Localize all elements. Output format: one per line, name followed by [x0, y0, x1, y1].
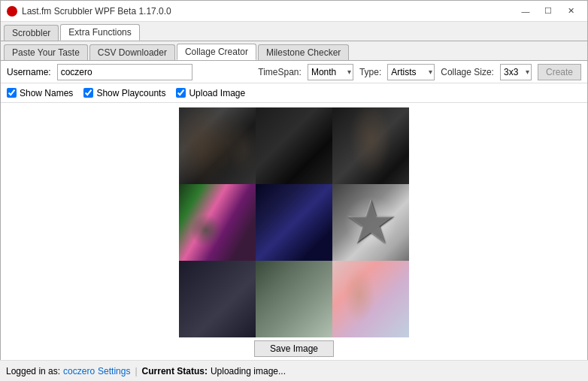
collage-cell-6-inner: ★	[332, 184, 409, 261]
upload-image-checkbox[interactable]	[176, 88, 186, 98]
timespan-label: TimeSpan:	[258, 67, 302, 77]
tab-extra-functions[interactable]: Extra Functions	[60, 24, 139, 41]
timespan-select-wrapper: Month Week Year Overall	[308, 64, 353, 80]
type-select-wrapper: Artists Albums Tracks	[387, 64, 435, 80]
timespan-select[interactable]: Month Week Year Overall	[308, 64, 353, 80]
show-playcounts-checkbox[interactable]	[83, 88, 93, 98]
controls-bar: Username: TimeSpan: Month Week Year Over…	[1, 61, 587, 83]
close-button[interactable]: ✕	[560, 4, 581, 19]
status-bar: Logged in as: coczero Settings | Current…	[0, 360, 588, 381]
collage-cell-7-inner	[179, 261, 256, 337]
collage-cell-2	[256, 107, 332, 184]
save-image-button[interactable]: Save Image	[254, 340, 334, 357]
collage-cell-4-inner	[179, 184, 256, 261]
collage-cell-7	[179, 261, 256, 337]
username-label: Username:	[7, 67, 51, 77]
collage-cell-1	[179, 107, 256, 184]
logged-in-as-label: Logged in as:	[6, 366, 60, 376]
username-link[interactable]: coczero	[63, 366, 95, 376]
show-names-checkbox[interactable]	[7, 88, 17, 98]
star-decoration: ★	[344, 192, 398, 252]
main-tabs: Scrobbler Extra Functions	[1, 22, 587, 41]
main-content: ★ Save Image	[1, 103, 587, 381]
collage-cell-9	[332, 261, 409, 337]
collage-cell-5-inner	[256, 184, 332, 261]
subtab-paste-your-taste[interactable]: Paste Your Taste	[4, 44, 88, 60]
maximize-button[interactable]: ☐	[538, 4, 559, 19]
create-button[interactable]: Create	[538, 64, 581, 80]
status-separator: |	[135, 366, 137, 376]
subtab-milestone-checker[interactable]: Milestone Checker	[258, 44, 349, 60]
minimize-button[interactable]: —	[515, 4, 536, 19]
collage-cell-8	[256, 261, 332, 337]
save-button-wrap: Save Image	[254, 337, 334, 360]
collage-cell-8-inner	[256, 261, 332, 337]
username-input[interactable]	[57, 64, 192, 80]
show-playcounts-checkbox-item[interactable]: Show Playcounts	[83, 88, 165, 98]
collage-cell-2-inner	[256, 107, 332, 184]
collage-cell-3	[332, 107, 409, 184]
collage-cell-9-inner	[332, 261, 409, 337]
type-label: Type:	[359, 67, 381, 77]
title-bar-left: Last.fm Scrubbler WPF Beta 1.17.0.0	[7, 6, 171, 17]
size-label: Collage Size:	[441, 67, 494, 77]
settings-link[interactable]: Settings	[98, 366, 130, 376]
app-icon	[7, 6, 17, 17]
window-title: Last.fm Scrubbler WPF Beta 1.17.0.0	[22, 6, 171, 17]
type-select[interactable]: Artists Albums Tracks	[387, 64, 435, 80]
upload-image-checkbox-item[interactable]: Upload Image	[176, 88, 245, 98]
collage-cell-6: ★	[332, 184, 409, 261]
current-status-label: Current Status:	[142, 366, 208, 376]
tab-scrobbler[interactable]: Scrobbler	[4, 25, 59, 41]
show-names-checkbox-item[interactable]: Show Names	[7, 88, 73, 98]
collage-cell-4	[179, 184, 256, 261]
collage-cell-5	[256, 184, 332, 261]
subtab-csv-downloader[interactable]: CSV Downloader	[89, 44, 175, 60]
upload-image-label: Upload Image	[189, 88, 245, 98]
title-controls: — ☐ ✕	[515, 4, 581, 19]
show-names-label: Show Names	[20, 88, 73, 98]
show-playcounts-label: Show Playcounts	[96, 88, 165, 98]
current-status-value: Uploading image...	[211, 366, 286, 376]
subtab-collage-creator[interactable]: Collage Creator	[177, 44, 256, 60]
collage-grid: ★	[179, 107, 409, 337]
collage-cell-1-inner	[179, 107, 256, 184]
collage-cell-3-inner	[332, 107, 409, 184]
sub-tabs: Paste Your Taste CSV Downloader Collage …	[1, 41, 587, 61]
size-select[interactable]: 3x3 4x4 5x5	[500, 64, 532, 80]
title-bar: Last.fm Scrubbler WPF Beta 1.17.0.0 — ☐ …	[1, 1, 587, 22]
collage-area: ★ Save Image	[176, 104, 412, 380]
checkbox-bar: Show Names Show Playcounts Upload Image	[1, 83, 587, 103]
size-select-wrapper: 3x3 4x4 5x5	[500, 64, 532, 80]
